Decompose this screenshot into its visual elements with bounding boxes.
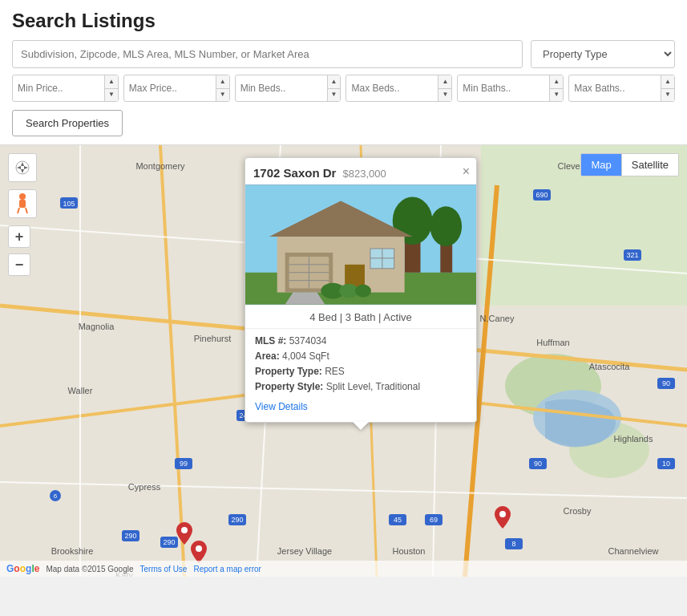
svg-text:690: 690 (535, 191, 548, 199)
svg-text:90: 90 (662, 379, 670, 387)
map-container[interactable]: 105 6 290 249 690 321 290 45 69 290 (0, 145, 687, 577)
popup-view-details-link[interactable]: View Details (245, 396, 476, 412)
svg-text:99: 99 (180, 460, 188, 468)
svg-text:8: 8 (511, 540, 515, 548)
map-pin-3[interactable] (495, 506, 511, 529)
svg-text:Waller: Waller (68, 386, 93, 395)
max-baths-input-wrapper: ▲ ▼ (568, 75, 675, 102)
svg-text:290: 290 (231, 516, 243, 524)
popup-price: $823,000 (343, 168, 386, 180)
min-price-spinner: ▲ ▼ (104, 75, 118, 101)
min-beds-input[interactable] (236, 78, 327, 99)
min-baths-up[interactable]: ▲ (550, 75, 563, 89)
popup-close-button[interactable]: × (463, 164, 470, 179)
max-beds-down[interactable]: ▼ (438, 89, 451, 102)
svg-text:Huffman: Huffman (536, 338, 569, 347)
max-price-down[interactable]: ▼ (216, 89, 229, 102)
property-image-svg (245, 184, 476, 305)
popup-mls-row: MLS #: 5374034 (255, 335, 467, 346)
min-price-input-wrapper: ▲ ▼ (12, 75, 119, 102)
map-type-map-button[interactable]: Map (581, 154, 621, 176)
map-navigation-control[interactable] (8, 153, 37, 182)
min-baths-spinner: ▲ ▼ (549, 75, 563, 101)
max-baths-input[interactable] (569, 78, 661, 99)
svg-text:90: 90 (534, 460, 542, 468)
popup-property-type-label: Property Type: (255, 366, 322, 377)
max-price-up[interactable]: ▲ (216, 75, 229, 89)
max-price-spinner: ▲ ▼ (216, 75, 229, 101)
max-price-input-wrapper: ▲ ▼ (123, 75, 230, 102)
max-beds-input-wrapper: ▲ ▼ (346, 75, 452, 102)
max-price-input[interactable] (124, 78, 216, 99)
max-baths-down[interactable]: ▼ (661, 89, 674, 102)
min-beds-up[interactable]: ▲ (328, 75, 341, 89)
header: Search Listings Property Type Residentia… (0, 0, 687, 145)
max-baths-up[interactable]: ▲ (661, 75, 674, 89)
max-beds-spinner: ▲ ▼ (438, 75, 451, 101)
min-baths-input[interactable] (458, 78, 549, 99)
svg-text:N.Caney: N.Caney (480, 314, 515, 323)
property-type-select[interactable]: Property Type Residential Commercial Lan… (531, 40, 675, 68)
property-popup: × 1702 Saxon Dr $823,000 (244, 157, 477, 423)
min-beds-down[interactable]: ▼ (328, 89, 341, 102)
min-price-input[interactable] (13, 78, 104, 99)
svg-text:290: 290 (124, 532, 136, 540)
min-baths-input-wrapper: ▲ ▼ (457, 75, 564, 102)
map-type-satellite-button[interactable]: Satellite (622, 154, 678, 176)
popup-baths: 3 Bath (346, 311, 376, 323)
map-terms-link[interactable]: Terms of Use (140, 565, 188, 573)
svg-marker-63 (21, 162, 24, 166)
search-row-1: Property Type Residential Commercial Lan… (12, 40, 675, 68)
map-report-link[interactable]: Report a map error (193, 565, 261, 573)
svg-point-72 (196, 545, 202, 552)
svg-point-67 (19, 193, 26, 200)
pegman-control[interactable] (8, 189, 37, 218)
min-price-up[interactable]: ▲ (105, 75, 118, 89)
svg-point-88 (430, 206, 462, 246)
popup-mls-label: MLS #: (255, 335, 286, 346)
svg-point-73 (499, 511, 506, 517)
svg-text:105: 105 (63, 200, 75, 208)
popup-separator-1: | (340, 311, 346, 323)
min-beds-input-wrapper: ▲ ▼ (235, 75, 341, 102)
svg-text:Pinehurst: Pinehurst (194, 334, 231, 343)
svg-point-71 (181, 527, 188, 533)
svg-text:6: 6 (54, 492, 58, 500)
svg-text:Highlands: Highlands (614, 434, 653, 444)
popup-beds: 4 Bed (309, 311, 337, 323)
svg-text:Channelview: Channelview (608, 546, 659, 556)
svg-text:Magnolia: Magnolia (79, 322, 115, 331)
svg-line-69 (18, 208, 19, 213)
svg-text:Brookshire: Brookshire (51, 546, 94, 556)
search-button[interactable]: Search Properties (12, 110, 123, 136)
svg-text:Crosby: Crosby (564, 506, 592, 516)
svg-text:69: 69 (430, 516, 438, 524)
zoom-in-button[interactable]: + (8, 225, 30, 248)
page-wrapper: Search Listings Property Type Residentia… (0, 0, 687, 577)
popup-property-image (245, 184, 476, 305)
popup-address: 1702 Saxon Dr (253, 166, 336, 180)
main-search-input[interactable] (12, 40, 523, 68)
min-baths-down[interactable]: ▼ (550, 89, 563, 102)
max-beds-input[interactable] (346, 78, 438, 99)
min-beds-spinner: ▲ ▼ (327, 75, 341, 101)
popup-area-row: Area: 4,004 SqFt (255, 351, 467, 362)
map-copyright: Map data ©2015 Google (46, 565, 133, 573)
popup-property-style-label: Property Style: (255, 381, 323, 392)
popup-property-type-row: Property Type: RES (255, 366, 467, 377)
map-footer: Google Map data ©2015 Google Terms of Us… (0, 561, 687, 577)
popup-status: Active (383, 311, 411, 323)
popup-mls-value: 5374034 (289, 335, 327, 346)
svg-text:321: 321 (626, 251, 638, 259)
zoom-out-button[interactable]: − (8, 253, 30, 276)
min-price-down[interactable]: ▼ (105, 89, 118, 102)
map-pin-2[interactable] (191, 541, 207, 563)
max-beds-up[interactable]: ▲ (438, 75, 451, 89)
popup-area-value: 4,004 SqFt (282, 351, 329, 362)
popup-subtitle: 4 Bed | 3 Bath | Active (245, 305, 476, 329)
popup-property-type-value: RES (325, 366, 345, 377)
popup-area-label: Area: (255, 351, 280, 362)
svg-point-104 (355, 285, 371, 298)
svg-marker-66 (24, 166, 28, 169)
map-pin-1[interactable] (176, 522, 192, 545)
